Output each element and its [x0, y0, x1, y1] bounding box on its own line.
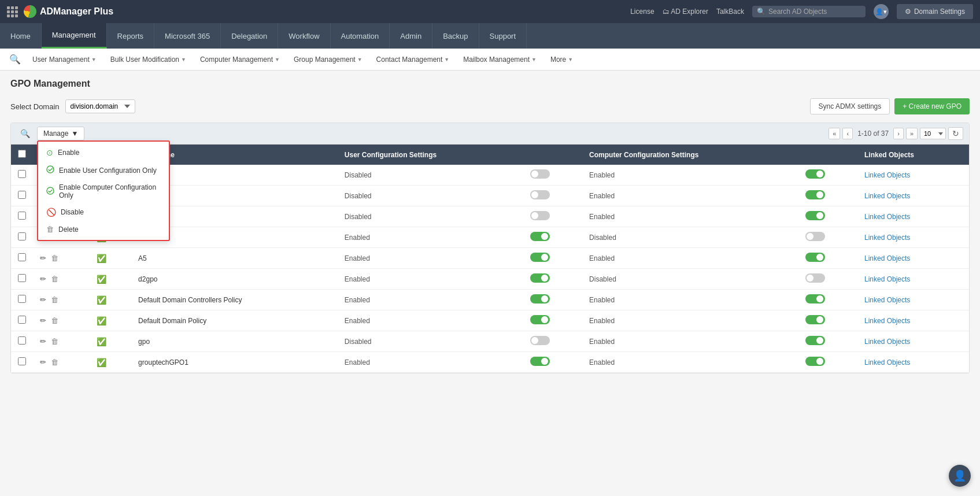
- comp-config-toggle[interactable]: [805, 357, 825, 366]
- user-config-toggle[interactable]: [530, 273, 550, 283]
- nav-item-delegation[interactable]: Delegation: [221, 23, 278, 49]
- row-checkbox[interactable]: [18, 274, 26, 282]
- domain-settings-button[interactable]: ⚙ Domain Settings: [897, 4, 973, 19]
- subnav-item-user-management[interactable]: User Management ▼: [27, 53, 102, 66]
- linked-objects-link[interactable]: Linked Objects: [864, 338, 910, 346]
- user-config-toggle[interactable]: [530, 357, 550, 366]
- linked-objects-link[interactable]: Linked Objects: [864, 358, 910, 367]
- linked-objects-link[interactable]: Linked Objects: [864, 171, 910, 179]
- delete-row-icon[interactable]: 🗑: [51, 254, 58, 262]
- row-checkbox[interactable]: [18, 170, 26, 178]
- manage-button[interactable]: Manage ▼: [37, 127, 84, 140]
- refresh-button[interactable]: ↻: [948, 127, 963, 140]
- pagination-last-button[interactable]: »: [906, 128, 918, 139]
- delete-row-icon[interactable]: 🗑: [51, 337, 58, 346]
- manage-enable-item[interactable]: ⊙ Enable: [38, 144, 169, 161]
- delete-row-icon[interactable]: 🗑: [51, 295, 58, 304]
- row-user-status: Enabled: [338, 310, 524, 331]
- row-user-toggle-cell: [523, 165, 582, 186]
- manage-disable-item[interactable]: 🚫 Disable: [38, 203, 169, 221]
- edit-icon[interactable]: ✏: [40, 316, 46, 325]
- linked-objects-link[interactable]: Linked Objects: [864, 317, 910, 325]
- comp-config-toggle[interactable]: [805, 169, 825, 179]
- edit-icon[interactable]: ✏: [40, 275, 46, 283]
- row-comp-status: Enabled: [582, 310, 798, 331]
- subnav-item-mailbox-management[interactable]: Mailbox Management ▼: [457, 53, 542, 66]
- linked-objects-link[interactable]: Linked Objects: [864, 213, 910, 221]
- comp-config-toggle[interactable]: [805, 211, 825, 220]
- select-all-checkbox[interactable]: [18, 150, 26, 158]
- edit-icon[interactable]: ✏: [40, 254, 46, 262]
- linked-objects-link[interactable]: Linked Objects: [864, 254, 910, 262]
- create-gpo-button[interactable]: + Create new GPO: [894, 98, 970, 114]
- subnav-item-more[interactable]: More ▼: [545, 53, 579, 66]
- user-config-toggle[interactable]: [530, 315, 550, 324]
- sub-nav-search-icon[interactable]: 🔍: [6, 51, 24, 67]
- edit-icon[interactable]: ✏: [40, 295, 46, 304]
- comp-config-toggle[interactable]: [805, 273, 825, 283]
- domain-select[interactable]: division.domain corp.domain test.domain: [65, 99, 135, 113]
- row-checkbox[interactable]: [18, 212, 26, 220]
- row-checkbox[interactable]: [18, 336, 26, 345]
- row-checkbox[interactable]: [18, 357, 26, 365]
- linked-objects-link[interactable]: Linked Objects: [864, 192, 910, 200]
- ad-explorer-link[interactable]: 🗂 AD Explorer: [663, 8, 708, 16]
- pagination-next-button[interactable]: ›: [893, 128, 904, 139]
- comp-config-toggle[interactable]: [805, 190, 825, 199]
- sync-admx-button[interactable]: Sync ADMX settings: [810, 98, 890, 114]
- user-config-toggle[interactable]: [530, 211, 550, 220]
- user-config-toggle[interactable]: [530, 336, 550, 345]
- row-status-icon: ✅: [90, 352, 131, 373]
- edit-icon[interactable]: ✏: [40, 358, 46, 367]
- nav-item-home[interactable]: Home: [0, 23, 42, 49]
- nav-item-support[interactable]: Support: [479, 23, 527, 49]
- table-search-icon[interactable]: 🔍: [17, 128, 34, 139]
- search-input[interactable]: [768, 8, 861, 16]
- subnav-item-bulk-user-modification[interactable]: Bulk User Modification ▼: [105, 53, 192, 66]
- row-action-icons: ✏ 🗑: [33, 352, 90, 373]
- comp-config-toggle[interactable]: [805, 336, 825, 345]
- row-checkbox[interactable]: [18, 316, 26, 324]
- nav-item-admin[interactable]: Admin: [390, 23, 432, 49]
- subnav-item-group-management[interactable]: Group Management ▼: [288, 53, 368, 66]
- manage-enable-computer-item[interactable]: Enable Computer Configuration Only: [38, 179, 169, 203]
- license-link[interactable]: License: [630, 8, 654, 16]
- comp-config-toggle[interactable]: [805, 315, 825, 324]
- nav-item-workflow[interactable]: Workflow: [278, 23, 330, 49]
- edit-icon[interactable]: ✏: [40, 337, 46, 346]
- linked-objects-link[interactable]: Linked Objects: [864, 275, 910, 283]
- linked-objects-link[interactable]: Linked Objects: [864, 234, 910, 242]
- subnav-item-contact-management[interactable]: Contact Management ▼: [371, 53, 456, 66]
- subnav-item-computer-management[interactable]: Computer Management ▼: [194, 53, 286, 66]
- user-config-toggle[interactable]: [530, 253, 550, 262]
- pagination-prev-button[interactable]: ‹: [842, 128, 853, 139]
- user-avatar[interactable]: 👤▾: [874, 4, 889, 19]
- row-checkbox[interactable]: [18, 253, 26, 261]
- row-checkbox[interactable]: [18, 232, 26, 240]
- user-config-toggle[interactable]: [530, 232, 550, 241]
- nav-item-automation[interactable]: Automation: [331, 23, 390, 49]
- delete-row-icon[interactable]: 🗑: [51, 316, 58, 325]
- user-config-toggle[interactable]: [530, 294, 550, 303]
- user-config-toggle[interactable]: [530, 169, 550, 179]
- pagination-first-button[interactable]: «: [829, 128, 840, 139]
- comp-config-toggle[interactable]: [805, 294, 825, 303]
- row-checkbox[interactable]: [18, 295, 26, 303]
- delete-row-icon[interactable]: 🗑: [51, 275, 58, 283]
- grid-icon[interactable]: [7, 6, 18, 17]
- nav-item-reports[interactable]: Reports: [107, 23, 155, 49]
- nav-item-management[interactable]: Management: [42, 23, 107, 49]
- comp-config-toggle[interactable]: [805, 232, 825, 241]
- nav-item-microsoft365[interactable]: Microsoft 365: [154, 23, 221, 49]
- linked-objects-link[interactable]: Linked Objects: [864, 296, 910, 304]
- talkback-link[interactable]: TalkBack: [716, 8, 744, 16]
- manage-enable-user-item[interactable]: Enable User Configuration Only: [38, 161, 169, 179]
- nav-item-backup[interactable]: Backup: [432, 23, 479, 49]
- user-config-toggle[interactable]: [530, 190, 550, 199]
- row-checkbox[interactable]: [18, 191, 26, 199]
- manage-delete-item[interactable]: 🗑 Delete: [38, 221, 169, 238]
- page-size-select[interactable]: 10 25 50 100: [920, 128, 946, 139]
- nav-bar: Home Management Reports Microsoft 365 De…: [0, 23, 980, 49]
- comp-config-toggle[interactable]: [805, 253, 825, 262]
- delete-row-icon[interactable]: 🗑: [51, 358, 58, 367]
